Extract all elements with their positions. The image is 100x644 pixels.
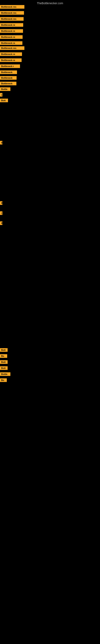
bottleneck-badge-25: Bott xyxy=(0,366,8,370)
bottleneck-badge-2: Bottleneck res xyxy=(0,11,24,15)
bottleneck-badge-6: Bottleneck re xyxy=(0,35,23,39)
bottleneck-badge-10: Bottleneck re xyxy=(0,58,22,62)
bottleneck-badge-14: Bottleneck xyxy=(0,82,16,85)
bottleneck-badge-13: Bottleneck xyxy=(0,76,17,80)
bottleneck-badge-3: Bottleneck res xyxy=(0,17,24,21)
bottleneck-badge-22: Bott xyxy=(0,348,8,352)
bottleneck-badge-5: Bottleneck re xyxy=(0,29,23,33)
bottleneck-badge-9: Bottleneck re xyxy=(0,52,22,56)
bottleneck-badge-21: B xyxy=(0,222,2,225)
bottleneck-badge-19: B xyxy=(0,201,2,205)
bottleneck-badge-24: Bott xyxy=(0,360,8,364)
bottleneck-badge-4: Bottleneck re xyxy=(0,23,23,27)
bottleneck-badge-17: Bott xyxy=(0,98,8,102)
bottleneck-badge-15: Bottle xyxy=(0,87,10,91)
bottleneck-badge-20: | xyxy=(0,211,2,215)
bottleneck-badge-27: Bo xyxy=(0,378,7,382)
bottleneck-badge-7: Bottleneck re xyxy=(0,41,22,45)
bottleneck-badge-12: Bottleneck xyxy=(0,70,17,74)
bottleneck-badge-18: B xyxy=(0,141,2,144)
bottleneck-badge-16: | xyxy=(0,93,2,96)
bottleneck-badge-11: Bottleneck r xyxy=(0,64,20,68)
bottleneck-badge-26: Bottle xyxy=(0,372,10,376)
bottleneck-badge-23: Bo xyxy=(0,354,7,358)
bottleneck-badge-8: Bottleneck res xyxy=(0,46,24,50)
bottleneck-badge-1: Bottleneck res xyxy=(0,5,24,9)
